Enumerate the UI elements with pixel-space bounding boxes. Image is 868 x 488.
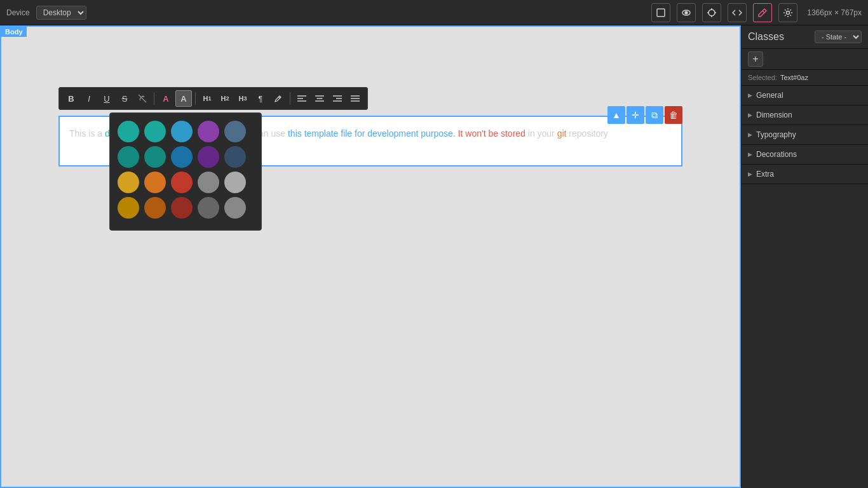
align-right-btn[interactable] [329,90,346,107]
delete-btn[interactable]: 🗑 [665,106,682,124]
dimension-label: Dimension [756,111,792,119]
decorations-section-header[interactable]: ▶ Decorations [742,145,868,164]
device-select[interactable]: Desktop Tablet Mobile [36,6,86,20]
dimension-arrow: ▶ [748,112,752,118]
bold-btn[interactable]: B [63,90,79,107]
svg-point-9 [787,11,790,14]
svg-point-2 [685,11,688,14]
move-btn[interactable]: ✛ [627,106,644,124]
element-controls: ▲ ✛ ⧉ 🗑 [607,106,682,124]
crosshair-icon-btn[interactable] [702,3,721,22]
color-slate1[interactable] [224,121,246,142]
decorations-label: Decorations [756,150,797,159]
color-yellow-dark[interactable] [118,197,139,219]
align-justify-btn[interactable] [347,90,363,107]
typography-arrow: ▶ [748,132,752,138]
color-grid-row3 [118,172,254,193]
typography-section-header[interactable]: ▶ Typography [742,125,868,144]
general-section-header[interactable]: ▶ General [742,86,868,105]
color-gray1[interactable] [198,172,219,193]
text-bg-color-btn[interactable]: A [175,90,192,107]
selected-info: Selected: Text#0az [742,70,868,86]
color-yellow[interactable] [118,172,139,193]
color-teal3[interactable] [118,146,139,168]
dimension-section-header[interactable]: ▶ Dimension [742,105,868,125]
h1-btn[interactable]: H1 [199,90,215,107]
color-purple1[interactable] [198,121,219,142]
top-toolbar: Device Desktop Tablet Mobile 1366px × 76… [0,0,868,25]
decorations-arrow: ▶ [748,151,752,158]
typography-section: ▶ Typography [742,125,868,145]
dimensions-label: 1366px × 767px [807,8,862,17]
text-color-btn[interactable]: A [158,90,174,107]
align-left-btn[interactable] [294,90,310,107]
underline-btn[interactable]: U [98,90,115,107]
svg-point-3 [709,10,715,16]
pen-icon-btn[interactable] [753,3,772,22]
panel-header: Classes - State - [742,25,868,49]
color-grid-row4 [118,197,254,219]
color-slate2[interactable] [224,146,246,168]
strikethrough-btn[interactable]: S [116,90,133,107]
typography-label: Typography [756,130,796,139]
color-blue2[interactable] [171,146,193,168]
svg-rect-0 [657,9,665,17]
color-grid-row1 [118,121,254,142]
color-orange2[interactable] [144,197,166,219]
color-teal2[interactable] [144,121,166,142]
svg-line-8 [763,11,764,13]
color-teal1[interactable] [118,121,139,142]
main-layout: Body B I U S A A H1 H2 H3 ¶ [0,25,868,488]
h2-btn[interactable]: H2 [217,90,233,107]
canvas-area[interactable]: Body B I U S A A H1 H2 H3 ¶ [0,25,741,488]
general-section: ▶ General [742,86,868,105]
color-grid-row2 [118,146,254,168]
add-class-btn[interactable]: + [748,51,763,67]
color-picker-popup [109,112,262,231]
extra-section-header[interactable]: ▶ Extra [742,165,868,184]
gear-icon-btn[interactable] [778,3,797,22]
color-gray4[interactable] [224,197,246,219]
extra-arrow: ▶ [748,171,752,177]
copy-btn[interactable]: ⧉ [646,106,663,124]
square-icon-btn[interactable] [651,3,670,22]
state-dropdown[interactable]: - State - [815,30,862,43]
color-gray3[interactable] [198,197,219,219]
h3-btn[interactable]: H3 [234,90,251,107]
right-panel: Classes - State - + Selected: Text#0az ▶… [741,25,868,488]
align-center-btn[interactable] [311,90,328,107]
text-format-toolbar: B I U S A A H1 H2 H3 ¶ [58,87,368,110]
device-label: Device [6,8,30,17]
color-gray2[interactable] [224,172,246,193]
move-up-btn[interactable]: ▲ [607,106,625,124]
body-tag: Body [1,27,27,37]
extra-section: ▶ Extra [742,165,868,184]
color-red2[interactable] [171,197,193,219]
color-teal4[interactable] [144,146,166,168]
dimension-section: ▶ Dimension [742,105,868,125]
eye-icon-btn[interactable] [677,3,696,22]
decorations-section: ▶ Decorations [742,145,868,165]
highlight-btn[interactable] [270,90,287,107]
color-purple2[interactable] [198,146,219,168]
general-arrow: ▶ [748,92,752,98]
general-label: General [756,91,783,100]
paragraph-btn[interactable]: ¶ [252,90,269,107]
classes-label: Classes [748,31,784,43]
selected-value: Text#0az [780,74,808,81]
color-orange1[interactable] [144,172,166,193]
color-red1[interactable] [171,172,193,193]
code-icon-btn[interactable] [728,3,747,22]
selected-label: Selected: [748,74,777,81]
extra-label: Extra [756,170,774,179]
no-link-btn[interactable] [134,90,151,107]
color-blue1[interactable] [171,121,193,142]
italic-btn[interactable]: I [81,90,97,107]
